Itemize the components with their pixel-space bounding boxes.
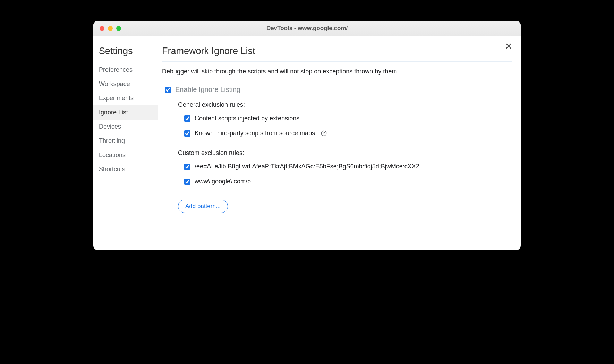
custom-rules-label: Custom exclusion rules: — [178, 149, 512, 157]
general-rule-row: Content scripts injected by extensions — [184, 115, 512, 122]
general-rule-row: Known third-party scripts from source ma… — [184, 130, 512, 137]
titlebar: DevTools - www.google.com/ — [93, 21, 521, 36]
content-scripts-label: Content scripts injected by extensions — [195, 115, 299, 122]
main-panel: Framework Ignore List Debugger will skip… — [158, 36, 521, 250]
enable-ignore-listing-checkbox[interactable] — [165, 87, 171, 93]
content-scripts-checkbox[interactable] — [184, 115, 190, 122]
content-area: Settings Preferences Workspace Experimen… — [93, 36, 521, 250]
third-party-scripts-label: Known third-party scripts from source ma… — [195, 130, 315, 137]
sidebar-item-ignore-list[interactable]: Ignore List — [93, 105, 158, 120]
custom-rule-1-pattern: /ee=ALeJib:B8gLwd;AfeaP:TkrAjf;BMxAGc:E5… — [195, 163, 426, 170]
window-title: DevTools - www.google.com/ — [93, 25, 521, 32]
sidebar-item-throttling[interactable]: Throttling — [93, 134, 158, 148]
add-pattern-button[interactable]: Add pattern... — [178, 200, 228, 213]
enable-ignore-listing-row: Enable Ignore Listing — [165, 86, 512, 94]
general-rules-label: General exclusion rules: — [178, 101, 512, 109]
third-party-scripts-checkbox[interactable] — [184, 130, 190, 137]
page-description: Debugger will skip through the scripts a… — [162, 68, 512, 75]
settings-sidebar: Settings Preferences Workspace Experimen… — [93, 36, 158, 250]
close-icon[interactable] — [505, 42, 512, 50]
sidebar-item-experiments[interactable]: Experiments — [93, 91, 158, 105]
custom-rule-1-checkbox[interactable] — [184, 164, 190, 170]
page-title: Framework Ignore List — [162, 46, 512, 62]
custom-rule-2-pattern: www\.google\.com\b — [195, 178, 251, 185]
help-icon[interactable] — [321, 130, 327, 137]
enable-ignore-listing-label: Enable Ignore Listing — [175, 86, 240, 94]
sidebar-item-devices[interactable]: Devices — [93, 120, 158, 134]
custom-rule-2-checkbox[interactable] — [184, 179, 190, 185]
custom-rule-row: www\.google\.com\b — [184, 178, 512, 185]
maximize-window-button[interactable] — [116, 26, 121, 31]
custom-rule-row: /ee=ALeJib:B8gLwd;AfeaP:TkrAjf;BMxAGc:E5… — [184, 163, 512, 170]
devtools-window: DevTools - www.google.com/ Settings Pref… — [93, 21, 521, 250]
minimize-window-button[interactable] — [108, 26, 113, 31]
sidebar-item-workspace[interactable]: Workspace — [93, 77, 158, 91]
sidebar-item-locations[interactable]: Locations — [93, 148, 158, 162]
sidebar-item-shortcuts[interactable]: Shortcuts — [93, 162, 158, 176]
sidebar-item-preferences[interactable]: Preferences — [93, 63, 158, 77]
traffic-lights — [93, 26, 121, 31]
close-window-button[interactable] — [100, 26, 104, 31]
sidebar-title: Settings — [99, 46, 158, 57]
svg-point-3 — [324, 135, 324, 135]
